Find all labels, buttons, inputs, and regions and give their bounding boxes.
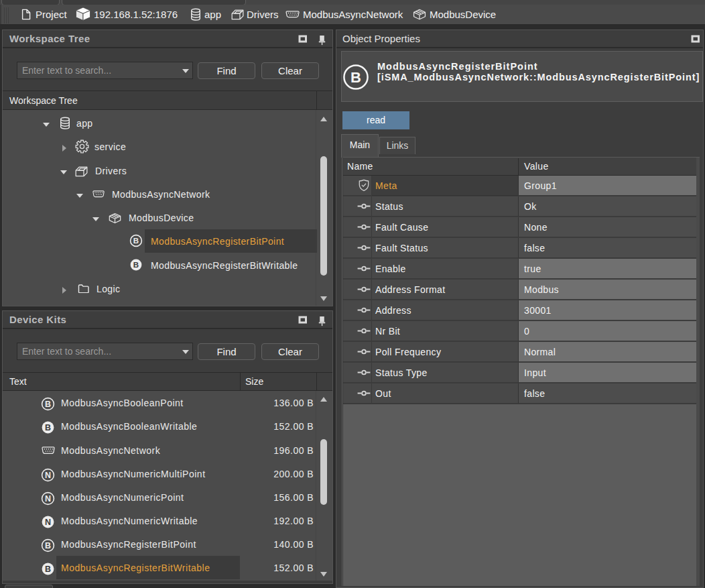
svg-text:B: B — [45, 400, 51, 409]
svg-text:N: N — [45, 518, 51, 527]
svg-text:B: B — [350, 69, 361, 86]
svg-text:B: B — [133, 261, 139, 269]
svg-text:N: N — [45, 471, 51, 480]
svg-text:B: B — [45, 541, 51, 550]
svg-text:B: B — [45, 565, 51, 574]
svg-text:B: B — [45, 423, 51, 432]
svg-text:B: B — [133, 237, 139, 245]
svg-text:N: N — [45, 494, 51, 504]
